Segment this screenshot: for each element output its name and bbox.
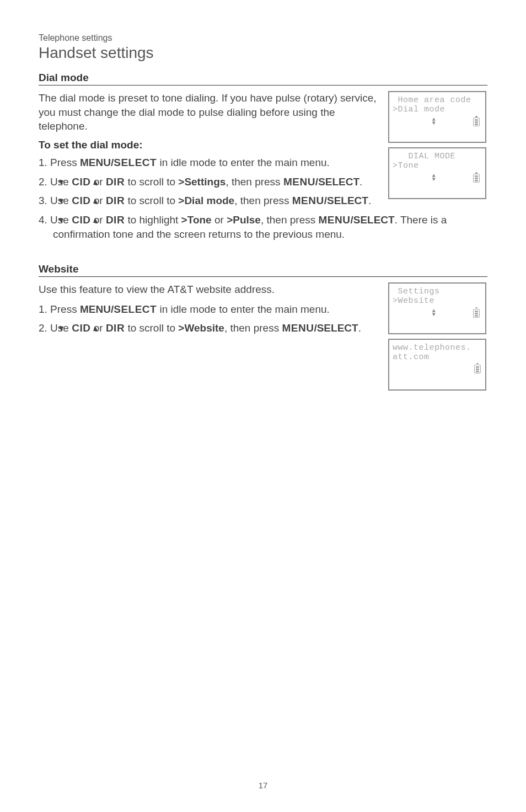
dial-steps-list-cont: 4. Use ▼CID or ▲DIR to highlight >Tone o…: [39, 213, 487, 242]
battery-icon: [473, 117, 480, 126]
dial-intro: The dial mode is preset to tone dialing.…: [39, 91, 378, 133]
lcd-dial-1: Home area code >Dial mode ▲▼: [388, 91, 486, 143]
lcd-line: >Tone: [393, 161, 482, 170]
dial-steps-list: 1. Press MENU/SELECT in idle mode to ent…: [39, 156, 378, 209]
lcd-line: >Website: [393, 296, 482, 306]
battery-icon: [473, 174, 480, 183]
page-number: 17: [0, 781, 526, 790]
lcd-line: Settings: [393, 287, 482, 296]
updown-arrow-icon: ▲▼: [432, 174, 436, 183]
rule-divider: [39, 85, 487, 86]
website-intro: Use this feature to view the AT&T websit…: [39, 282, 378, 297]
header-small: Telephone settings: [39, 33, 487, 43]
dial-step-2: 2. Use ▼CID or ▲DIR to scroll to >Settin…: [39, 175, 378, 190]
rule-divider: [39, 276, 487, 277]
dial-mode-title: Dial mode: [39, 72, 487, 84]
lcd-website-1: Settings >Website ▲▼: [388, 282, 486, 334]
dial-subhead: To set the dial mode:: [39, 139, 378, 151]
page-header: Telephone settings Handset settings: [39, 33, 487, 62]
lcd-line: www.telephones.: [393, 343, 482, 352]
dial-step-4: 4. Use ▼CID or ▲DIR to highlight >Tone o…: [39, 213, 487, 242]
lcd-line: Home area code: [393, 95, 482, 105]
battery-icon: [474, 365, 481, 373]
website-steps-list: 1. Press MENU/SELECT in idle mode to ent…: [39, 302, 378, 336]
dial-step-1: 1. Press MENU/SELECT in idle mode to ent…: [39, 156, 378, 170]
lcd-website-2: www.telephones. att.com: [388, 339, 486, 391]
website-step-2: 2. Use ▼CID or ▲DIR to scroll to >Websit…: [39, 321, 378, 336]
updown-arrow-icon: ▲▼: [432, 117, 436, 126]
lcd-line: att.com: [393, 352, 482, 362]
lcd-line: >Dial mode: [393, 105, 482, 114]
lcd-dial-2: DIAL MODE >Tone ▲▼: [388, 147, 486, 199]
website-step-1: 1. Press MENU/SELECT in idle mode to ent…: [39, 302, 378, 317]
battery-icon: [473, 309, 480, 318]
lcd-line: DIAL MODE: [393, 152, 482, 161]
header-large: Handset settings: [39, 44, 487, 62]
dial-step-3: 3. Use ▼CID or ▲DIR to scroll to >Dial m…: [39, 194, 378, 209]
updown-arrow-icon: ▲▼: [432, 309, 436, 318]
website-title: Website: [39, 263, 487, 275]
